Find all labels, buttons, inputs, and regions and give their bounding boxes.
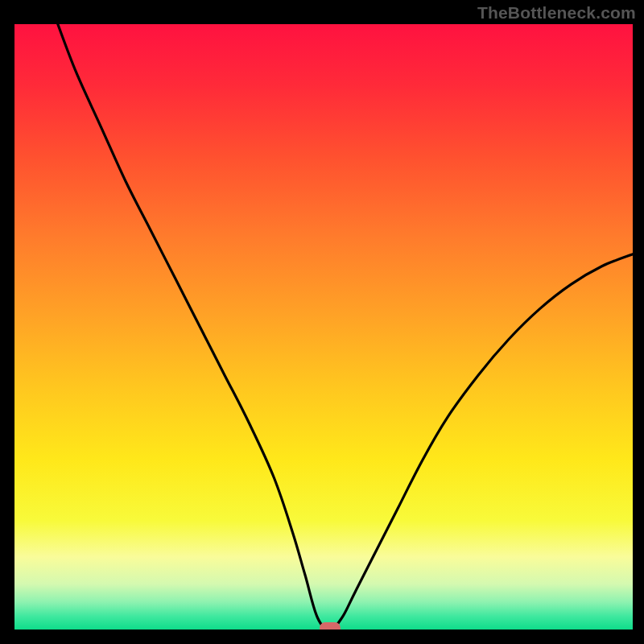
optimal-marker	[320, 622, 341, 630]
chart-container: TheBottleneck.com	[0, 0, 644, 644]
plot-area	[14, 24, 633, 630]
bottleneck-curve	[14, 24, 633, 630]
watermark-text: TheBottleneck.com	[477, 3, 636, 23]
